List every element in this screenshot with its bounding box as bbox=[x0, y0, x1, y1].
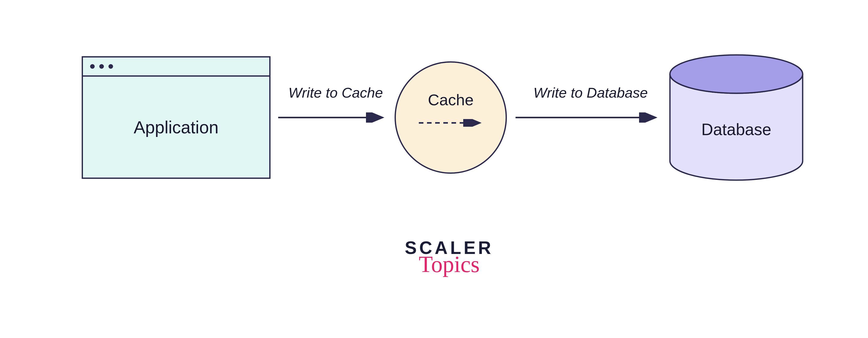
window-dot-icon bbox=[90, 64, 95, 69]
arrow-app-to-cache-icon bbox=[278, 112, 388, 123]
application-label: Application bbox=[134, 117, 219, 137]
window-dot-icon bbox=[108, 64, 113, 69]
database-node: Database bbox=[669, 54, 804, 181]
application-body: Application bbox=[83, 77, 269, 177]
brand-logo-line2: Topics bbox=[378, 253, 521, 276]
cache-internal-arrow-icon bbox=[417, 119, 484, 127]
svg-point-3 bbox=[670, 55, 803, 93]
cache-label: Cache bbox=[428, 91, 473, 109]
brand-logo: SCALER Topics bbox=[378, 237, 521, 276]
application-node: Application bbox=[82, 56, 271, 179]
cache-node: Cache bbox=[395, 61, 507, 174]
edge-label-app-to-cache: Write to Cache bbox=[288, 84, 383, 101]
window-dot-icon bbox=[99, 64, 104, 69]
database-label: Database bbox=[669, 120, 804, 139]
diagram-canvas: Application Write to Cache Cache Write t… bbox=[0, 0, 868, 338]
database-cylinder-icon bbox=[669, 54, 804, 181]
window-titlebar bbox=[83, 57, 269, 77]
arrow-cache-to-db-icon bbox=[516, 112, 661, 123]
edge-label-cache-to-db: Write to Database bbox=[533, 84, 648, 101]
